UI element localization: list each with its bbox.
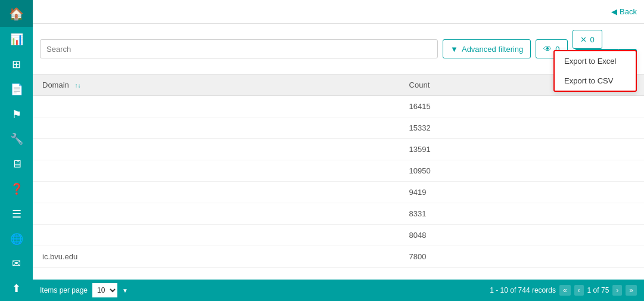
table-row: 10950: [33, 160, 644, 182]
items-per-page-label: Items per page: [40, 286, 88, 294]
sidebar-item-upload[interactable]: ⬆: [0, 276, 33, 301]
domain-cell: [33, 117, 400, 139]
sort-icon: ↑↓: [74, 82, 80, 89]
domain-cell: [33, 203, 400, 225]
eye-icon: 👁: [543, 44, 552, 54]
advanced-filtering-button[interactable]: ▼ Advanced filtering: [443, 39, 531, 58]
footer-right: 1 - 10 of 744 records « ‹ 1 of 75 › »: [490, 285, 637, 296]
footer-left: Items per page 10 ▼: [40, 283, 128, 297]
domain-column-header[interactable]: Domain ↑↓: [33, 75, 400, 96]
count-cell: 8048: [400, 225, 644, 246]
domain-cell: [33, 225, 400, 246]
export-to-excel-item[interactable]: Export to Excel: [555, 51, 636, 71]
grid-icon: ⊞: [12, 58, 21, 71]
domain-cell: [33, 139, 400, 160]
count-cell: 13591: [400, 139, 644, 160]
records-info: 1 - 10 of 744 records: [490, 286, 556, 294]
export-container: ✕ 0 ⬆ Export ▼ Export to Excel Export to…: [573, 30, 637, 68]
main-content: ◀ Back ▼ Advanced filtering 👁 0 ✕ 0 ⬆ Ex…: [33, 0, 644, 301]
sidebar-item-list[interactable]: ☰: [0, 201, 33, 226]
sidebar-item-server[interactable]: 🖥: [0, 151, 33, 176]
globe-icon: 🌐: [10, 232, 23, 246]
upload-icon: ⬆: [12, 282, 21, 295]
prev-page-button[interactable]: ‹: [574, 285, 584, 296]
footer: Items per page 10 ▼ 1 - 10 of 744 record…: [33, 280, 644, 301]
table-row: 16415: [33, 96, 644, 117]
data-table: Domain ↑↓ Count 16415 15332 13591 10950 …: [33, 75, 644, 268]
sidebar-item-help[interactable]: ❓: [0, 176, 33, 201]
sidebar-logo[interactable]: 🏠: [0, 0, 33, 27]
sidebar-item-mail[interactable]: ✉: [0, 251, 33, 276]
sidebar-item-tools[interactable]: 🔧: [0, 127, 33, 152]
search-input[interactable]: [40, 39, 438, 58]
table-row: ic.bvu.edu 7800: [33, 246, 644, 268]
document-icon: 📄: [10, 83, 23, 96]
data-table-container: Domain ↑↓ Count 16415 15332 13591 10950 …: [33, 75, 644, 280]
sidebar-item-flag[interactable]: ⚑: [0, 102, 33, 127]
tools-icon: 🔧: [10, 132, 23, 145]
table-row: 8048: [33, 225, 644, 246]
last-page-button[interactable]: »: [626, 285, 637, 296]
domain-cell: [33, 182, 400, 203]
sidebar-item-grid[interactable]: ⊞: [0, 52, 33, 77]
table-row: 9419: [33, 182, 644, 203]
back-arrow-icon: ◀: [611, 7, 617, 16]
topbar: ◀ Back: [33, 0, 644, 24]
export-dropdown: Export to Excel Export to CSV: [553, 50, 637, 92]
domain-cell: ic.bvu.edu: [33, 246, 400, 268]
flag-icon: ⚑: [12, 108, 21, 121]
sidebar-item-document[interactable]: 📄: [0, 77, 33, 102]
home-icon: 🏠: [9, 7, 24, 21]
list-icon: ☰: [12, 207, 21, 221]
export-count-button[interactable]: ✕ 0: [573, 30, 602, 49]
domain-cell: [33, 160, 400, 182]
close-icon: ✕: [580, 35, 587, 44]
page-info: 1 of 75: [587, 286, 609, 294]
filter-label: Advanced filtering: [462, 45, 523, 54]
items-per-page-select[interactable]: 10: [92, 283, 117, 297]
next-page-button[interactable]: ›: [612, 285, 622, 296]
sidebar-item-chart[interactable]: 📊: [0, 27, 33, 52]
back-label: Back: [620, 7, 637, 16]
mail-icon: ✉: [12, 257, 21, 270]
domain-cell: [33, 96, 400, 117]
chart-icon: 📊: [10, 33, 23, 46]
toolbar: ▼ Advanced filtering 👁 0 ✕ 0 ⬆ Export ▼ …: [33, 24, 644, 75]
table-row: 8331: [33, 203, 644, 225]
export-count-value: 0: [590, 35, 595, 44]
export-to-csv-item[interactable]: Export to CSV: [555, 71, 636, 91]
count-cell: 8331: [400, 203, 644, 225]
count-cell: 15332: [400, 117, 644, 139]
count-cell: 9419: [400, 182, 644, 203]
count-cell: 7800: [400, 246, 644, 268]
table-header-row: Domain ↑↓ Count: [33, 75, 644, 96]
sidebar: 🏠 📊 ⊞ 📄 ⚑ 🔧 🖥 ❓ ☰ 🌐 ✉ ⬆: [0, 0, 33, 301]
first-page-button[interactable]: «: [559, 285, 571, 296]
count-cell: 16415: [400, 96, 644, 117]
count-cell: 10950: [400, 160, 644, 182]
back-button[interactable]: ◀ Back: [611, 7, 637, 16]
server-icon: 🖥: [11, 158, 22, 170]
help-icon: ❓: [10, 182, 23, 196]
table-row: 13591: [33, 139, 644, 160]
chevron-down-icon: ▼: [122, 287, 128, 294]
filter-icon: ▼: [450, 45, 458, 54]
sidebar-item-globe[interactable]: 🌐: [0, 226, 33, 252]
table-row: 15332: [33, 117, 644, 139]
